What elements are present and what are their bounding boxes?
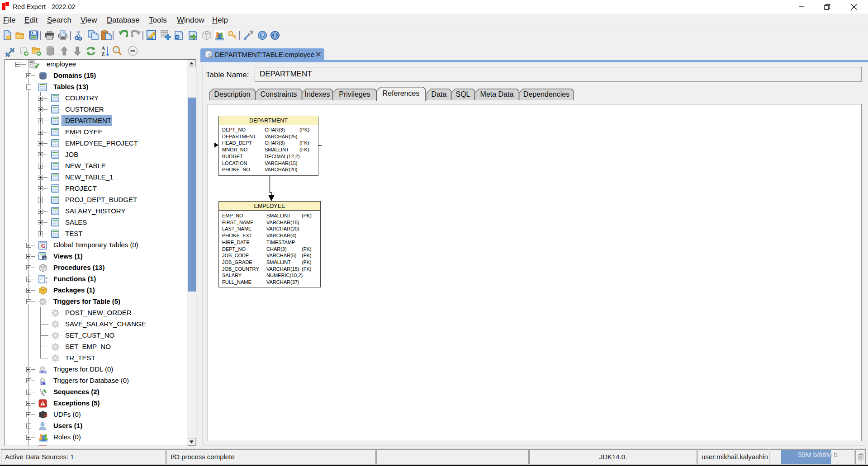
svg-text:3: 3 [43,393,45,397]
svg-text:DB: DB [40,381,46,386]
svg-text:G: G [41,243,45,249]
svg-text:DDL: DDL [39,370,47,374]
svg-text:Z: Z [101,51,105,57]
svg-text:y: y [45,279,47,283]
svg-text:i: i [274,32,276,39]
svg-text:?: ? [261,32,264,39]
